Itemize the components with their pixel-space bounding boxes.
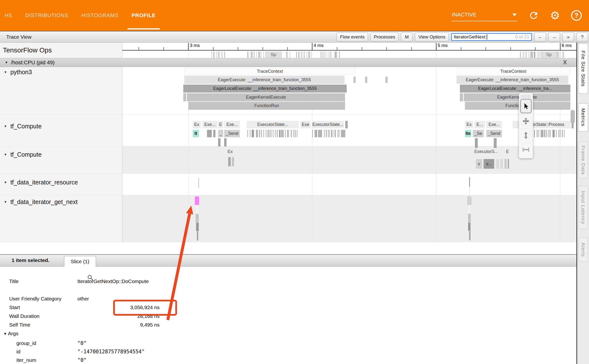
op-event-sp[interactable]: Sp xyxy=(265,51,282,58)
op-event-mark[interactable] xyxy=(557,51,558,58)
trace-event[interactable] xyxy=(345,121,348,128)
op-event-mark[interactable] xyxy=(524,51,524,58)
trace-event[interactable] xyxy=(500,159,503,169)
trace-event[interactable] xyxy=(460,93,463,101)
op-event-mark[interactable] xyxy=(539,51,539,58)
trace-event[interactable] xyxy=(279,130,281,137)
trace-event[interactable] xyxy=(269,130,270,137)
trace-event[interactable] xyxy=(341,130,343,137)
trace-event[interactable] xyxy=(329,130,330,137)
op-event-mark[interactable] xyxy=(523,51,523,58)
track-label-tf-data-iterator-get-next[interactable]: ▼tf_data_iterator_get_next xyxy=(4,198,120,205)
trace-event[interactable] xyxy=(291,130,292,137)
trace-event[interactable] xyxy=(224,138,227,146)
trace-event[interactable] xyxy=(213,130,215,137)
op-event-mark[interactable] xyxy=(302,51,302,58)
track-label-tf-data-iterator-resource[interactable]: ▼tf_data_iterator_resource xyxy=(4,179,120,186)
select-tool-button[interactable] xyxy=(520,99,532,113)
op-event-mark[interactable] xyxy=(563,51,564,58)
trace-event[interactable] xyxy=(339,130,339,137)
trace-event[interactable] xyxy=(508,159,509,169)
trace-event[interactable] xyxy=(468,214,471,222)
trace-event[interactable]: v... xyxy=(484,159,494,169)
trace-event[interactable] xyxy=(266,130,266,137)
trace-event[interactable] xyxy=(321,130,322,137)
trace-event[interactable]: ExecutorState... xyxy=(247,121,299,128)
trace-event[interactable] xyxy=(256,130,257,137)
op-event-mark[interactable] xyxy=(214,51,215,58)
op-event-mark[interactable] xyxy=(339,51,340,58)
trace-event[interactable] xyxy=(469,187,470,194)
trace-event[interactable] xyxy=(283,130,284,137)
track-label-tf-compute[interactable]: ▼tf_Compute xyxy=(4,123,120,130)
trace-event[interactable] xyxy=(494,138,497,148)
op-event-mark[interactable] xyxy=(562,51,563,58)
trace-event[interactable] xyxy=(196,205,199,214)
trace-event[interactable]: E xyxy=(504,148,511,155)
trace-event[interactable] xyxy=(537,130,537,137)
timing-tool-button[interactable] xyxy=(520,143,532,156)
op-event-mark[interactable] xyxy=(249,51,249,58)
trace-event[interactable] xyxy=(228,157,231,166)
op-event-mark[interactable] xyxy=(300,51,300,58)
trace-event[interactable] xyxy=(328,130,329,137)
trace-event[interactable]: _ xyxy=(218,130,223,137)
trace-event[interactable] xyxy=(534,130,535,137)
op-event-mark[interactable] xyxy=(286,51,287,58)
palette-drag-handle[interactable] xyxy=(521,95,531,98)
trace-event[interactable]: EagerKernelExecute xyxy=(464,93,570,101)
op-event-mark[interactable] xyxy=(534,51,535,58)
op-event-mark[interactable] xyxy=(218,51,219,58)
op-event-mark[interactable] xyxy=(535,51,536,58)
trace-event[interactable] xyxy=(469,231,471,240)
trace-event[interactable]: Ite xyxy=(465,130,471,137)
trace-event[interactable] xyxy=(496,159,499,169)
op-event-mark[interactable] xyxy=(334,51,334,58)
sidebar-tab-frame-data[interactable]: Frame Data xyxy=(578,142,588,178)
sidebar-tab-input-latency[interactable]: Input Latency xyxy=(578,186,588,229)
op-event-mark[interactable] xyxy=(296,51,297,58)
trace-event[interactable] xyxy=(318,130,320,137)
op-event-mark[interactable] xyxy=(335,51,336,58)
collapse-triangle-icon[interactable]: ▼ xyxy=(4,153,7,156)
op-event-mark[interactable] xyxy=(219,51,220,58)
trace-event[interactable] xyxy=(257,130,258,137)
op-event-mark[interactable] xyxy=(254,51,254,58)
trace-event[interactable]: EagerExecute: __inference_train_function… xyxy=(456,76,568,84)
trace-event[interactable]: TraceContext xyxy=(456,68,570,75)
trace-event[interactable]: FunctionRun xyxy=(188,102,345,110)
trace-event[interactable] xyxy=(195,197,199,205)
trace-event[interactable] xyxy=(538,130,539,137)
trace-event[interactable]: EagerLocalExecute: __inference_tra... xyxy=(460,85,570,93)
trace-event[interactable]: E... xyxy=(474,121,485,128)
trace-event[interactable] xyxy=(263,130,264,137)
trace-event[interactable] xyxy=(467,196,471,205)
op-event-mark[interactable] xyxy=(287,51,288,58)
process-group-header[interactable]: ▼ /host:CPU (pid 49) X xyxy=(0,58,576,67)
trace-event[interactable]: EagerKernelExecute xyxy=(187,93,345,101)
op-event-mark[interactable] xyxy=(256,51,257,58)
trace-event[interactable] xyxy=(183,93,186,101)
trace-event[interactable]: EagerLocalExecute: __inference_train_fun… xyxy=(183,85,347,93)
trace-event[interactable]: _Send xyxy=(486,130,502,137)
trace-event[interactable] xyxy=(285,130,286,137)
op-event-mark[interactable] xyxy=(560,51,560,58)
trace-event[interactable]: FunctionRun xyxy=(465,102,570,110)
trace-event[interactable] xyxy=(544,130,545,137)
trace-event[interactable] xyxy=(562,130,563,137)
trace-event[interactable] xyxy=(197,231,198,240)
trace-event[interactable] xyxy=(468,223,471,231)
trace-event[interactable]: Exe... xyxy=(224,121,240,128)
op-event-mark[interactable] xyxy=(529,51,529,58)
trace-event[interactable]: Exe... xyxy=(202,121,217,128)
trace-event[interactable] xyxy=(475,138,478,148)
op-event-sp[interactable]: Sp xyxy=(541,51,557,58)
op-event-mark[interactable] xyxy=(211,51,212,58)
trace-event[interactable] xyxy=(259,130,260,137)
track-label-tf-compute[interactable]: ▼tf_Compute xyxy=(4,151,120,158)
op-event-mark[interactable] xyxy=(337,51,337,58)
trace-event[interactable] xyxy=(250,130,250,137)
trace-event[interactable] xyxy=(564,130,565,137)
trace-event[interactable] xyxy=(288,130,289,137)
op-event-mark[interactable] xyxy=(323,51,323,58)
